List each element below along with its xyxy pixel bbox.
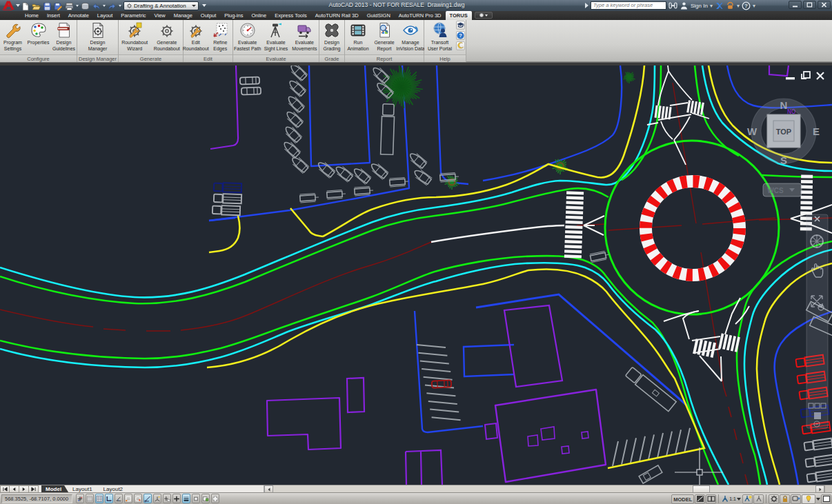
viewcube-north-label[interactable]: N bbox=[780, 99, 788, 111]
exchange-apps-icon[interactable] bbox=[715, 1, 724, 10]
toolbar-lock-button[interactable] bbox=[780, 494, 790, 504]
app-close-button[interactable] bbox=[818, 1, 831, 9]
ribbon-tab-home[interactable]: Home bbox=[21, 11, 43, 20]
ribbon-tab-torus[interactable]: TORUS bbox=[446, 11, 472, 20]
ribbon-button-evaluate-movements[interactable]: Evaluate Movements bbox=[290, 21, 319, 52]
ribbon-button-run-animation[interactable]: Run Animation bbox=[345, 21, 371, 52]
ribbon-button-design-guidelines[interactable]: Design Guidelines bbox=[51, 21, 77, 52]
undo-button[interactable] bbox=[92, 1, 101, 10]
toggle-transparency[interactable] bbox=[192, 494, 200, 503]
toggle-quick-properties[interactable] bbox=[201, 494, 210, 503]
annotation-scale-button[interactable]: 1:1 bbox=[721, 495, 742, 503]
ribbon-tab-express-tools[interactable]: Express Tools bbox=[270, 11, 311, 20]
infocenter-collapse-icon[interactable] bbox=[585, 3, 588, 8]
ribbon-tab-view[interactable]: View bbox=[150, 11, 170, 20]
performance-tuner-button[interactable] bbox=[802, 494, 815, 504]
wcs-dropdown[interactable]: WCS bbox=[763, 183, 802, 196]
ribbon-tab-guidsign[interactable]: GuidSIGN bbox=[363, 11, 395, 20]
toggle-ortho-mode[interactable] bbox=[105, 494, 113, 503]
navigation-bar[interactable] bbox=[806, 214, 828, 428]
redo-button[interactable] bbox=[108, 1, 117, 10]
annotation-visibility-button[interactable] bbox=[742, 494, 753, 504]
ribbon-button-generate-report[interactable]: Generate Report bbox=[371, 21, 397, 52]
open-button[interactable] bbox=[32, 1, 41, 10]
ribbon-button-evaluate-sight-lines[interactable]: Evaluate Sight Lines bbox=[261, 21, 290, 52]
app-minimize-button[interactable] bbox=[789, 1, 802, 9]
ribbon-button-manage-invision-data[interactable]: Manage InVision Data bbox=[397, 21, 424, 52]
redo-dropdown-caret[interactable] bbox=[119, 5, 121, 7]
print-button[interactable] bbox=[81, 1, 90, 10]
ribbon-button-transoft-user-portal[interactable]: Transoft User Portal bbox=[424, 21, 455, 52]
undo-dropdown-caret[interactable] bbox=[103, 5, 106, 7]
ribbon-button-generate-roundabout[interactable]: Generate Roundabout bbox=[151, 21, 184, 52]
quick-view-layouts-button[interactable] bbox=[695, 494, 705, 504]
ribbon-button-design-manager[interactable]: Design Manager bbox=[77, 21, 118, 52]
hardware-acceleration-button[interactable] bbox=[791, 494, 801, 504]
workspace-switching-button[interactable] bbox=[769, 494, 779, 504]
qnew-button[interactable] bbox=[21, 1, 30, 10]
horizontal-scrollbar[interactable] bbox=[264, 485, 832, 492]
drawing-minimize-button[interactable] bbox=[786, 77, 795, 79]
viewcube-west-label[interactable]: W bbox=[747, 125, 757, 137]
ribbon-tab-layout[interactable]: Layout bbox=[93, 11, 117, 20]
ribbon-button-program-settings[interactable]: Program Settings bbox=[0, 21, 26, 52]
drawing-canvas[interactable]: NOTOPNSWEWCS bbox=[0, 65, 832, 485]
plot-button[interactable] bbox=[65, 1, 74, 10]
ribbon-button-properties[interactable]: Properties bbox=[26, 21, 51, 52]
help-button[interactable]: ? bbox=[456, 31, 465, 40]
autocad-logo-icon[interactable] bbox=[1, 0, 15, 10]
toggle-3d-object-snap[interactable] bbox=[134, 494, 142, 503]
sign-in-person-icon[interactable] bbox=[680, 1, 689, 10]
viewcube-south-label[interactable]: S bbox=[780, 154, 787, 166]
toggle-dynamic-input-cursor[interactable] bbox=[163, 494, 171, 503]
model-space-button[interactable]: MODEL bbox=[671, 494, 694, 504]
toggle-polar-tracking[interactable] bbox=[115, 494, 123, 503]
torus-extra-menu-button[interactable] bbox=[475, 12, 493, 19]
training-button[interactable] bbox=[456, 21, 465, 30]
search-input[interactable]: Type a keyword or phrase bbox=[591, 1, 666, 10]
ribbon-tab-autoturn-pro-3d[interactable]: AutoTURN Pro 3D bbox=[395, 11, 446, 20]
ribbon-tab-insert[interactable]: Insert bbox=[43, 11, 64, 20]
layout-tab-layout1[interactable]: Layout1 bbox=[68, 485, 99, 492]
help-icon[interactable]: ? bbox=[742, 1, 751, 10]
status-menu-caret[interactable] bbox=[816, 498, 820, 501]
ribbon-tab-annotate[interactable]: Annotate bbox=[64, 11, 93, 20]
toggle-lineweight[interactable] bbox=[182, 494, 190, 503]
layout-tab-model[interactable]: Model bbox=[41, 485, 68, 492]
toggle-selection-cycling[interactable] bbox=[211, 494, 219, 503]
save-button[interactable] bbox=[43, 1, 52, 10]
workspace-selector[interactable]: Drafting & Annotation bbox=[123, 1, 199, 10]
autoscale-button[interactable] bbox=[753, 494, 764, 504]
idea-button[interactable] bbox=[456, 41, 465, 50]
ribbon-tab-online[interactable]: Online bbox=[247, 11, 270, 20]
toggle-infer-constraints[interactable] bbox=[76, 494, 84, 503]
signin-dropdown-icon[interactable]: ▾ bbox=[710, 3, 713, 9]
search-binoculars-icon[interactable] bbox=[668, 1, 677, 10]
sign-in-label[interactable]: Sign In bbox=[691, 3, 708, 9]
ribbon-button-roundabout-wizard[interactable]: Roundabout Wizard bbox=[119, 21, 151, 52]
ribbon-tab-plug-ins[interactable]: Plug-ins bbox=[220, 11, 247, 20]
clean-screen-button[interactable] bbox=[821, 494, 831, 504]
ribbon-button-design-grading[interactable]: Design Grading bbox=[319, 21, 344, 52]
ribbon-button-evaluate-fastest-path[interactable]: Evaluate Fastest Path bbox=[233, 21, 261, 52]
qat-customize-caret[interactable] bbox=[202, 4, 206, 7]
app-restore-button[interactable] bbox=[803, 1, 816, 9]
help-dropdown-icon[interactable]: ▾ bbox=[753, 3, 755, 9]
toggle-grid-display[interactable] bbox=[95, 494, 103, 503]
save-as-button[interactable] bbox=[54, 1, 63, 10]
logo-dropdown-caret[interactable] bbox=[16, 4, 20, 7]
communication-center-icon[interactable] bbox=[726, 1, 735, 10]
comm-dropdown-icon[interactable]: ▾ bbox=[737, 3, 740, 9]
plot-dropdown-caret[interactable] bbox=[76, 5, 79, 7]
toggle-object-snap[interactable] bbox=[124, 494, 132, 503]
toggle-dynamic-ucs[interactable] bbox=[153, 494, 161, 503]
quick-view-drawings-button[interactable] bbox=[706, 494, 716, 504]
ribbon-button-edit-roundabout[interactable]: Edit Roundabout bbox=[184, 21, 208, 52]
viewcube-face-label[interactable]: TOP bbox=[776, 128, 791, 136]
ribbon-tab-parametric[interactable]: Parametric bbox=[117, 11, 150, 20]
toggle-object-snap-tracking[interactable] bbox=[143, 494, 152, 503]
layout-tab-layout2[interactable]: Layout2 bbox=[99, 485, 130, 492]
toggle-snap-mode[interactable] bbox=[86, 494, 94, 503]
toggle-dynamic-input[interactable] bbox=[172, 494, 181, 503]
viewcube-east-label[interactable]: E bbox=[813, 125, 820, 137]
